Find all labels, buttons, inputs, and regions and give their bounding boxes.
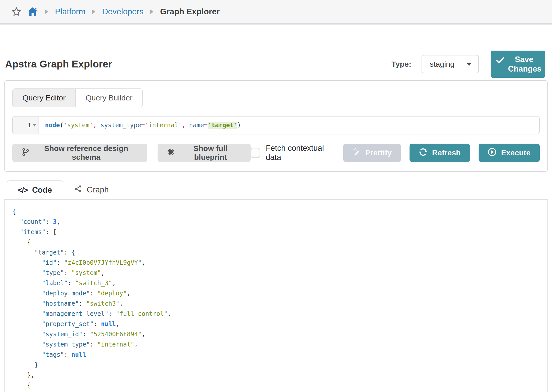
home-icon[interactable] (27, 6, 38, 17)
show-full-blueprint-button[interactable]: Show full blueprint (158, 144, 251, 162)
breadcrumb-separator-icon (150, 9, 153, 14)
refresh-label: Refresh (432, 148, 461, 157)
json-line: }, (12, 370, 547, 380)
query-token: ( (60, 122, 63, 129)
prettify-label: Prettify (365, 148, 392, 157)
tab-graph[interactable]: Graph (63, 180, 119, 199)
execute-label: Execute (501, 148, 531, 157)
json-line: "management_level": "full_control", (12, 309, 547, 319)
show-full-blueprint-label: Show full blueprint (180, 144, 242, 162)
json-line: "deploy_mode": "deploy", (12, 288, 547, 298)
page-header: Apstra Graph Explorer Type: staging Save… (0, 50, 552, 78)
query-actions: Show reference design schema Show full b… (12, 144, 540, 162)
query-token: , (93, 122, 97, 129)
tab-code[interactable]: </> Code (7, 180, 63, 199)
json-line: { (12, 237, 547, 247)
breadcrumb-current: Graph Explorer (160, 7, 220, 16)
json-line: "id": "z4cI0b0V7JYfhVL9gVY", (12, 258, 547, 268)
share-icon (74, 185, 82, 195)
query-editor-input[interactable]: 1 node('system', system_type='internal',… (12, 116, 540, 134)
fetch-contextual-label[interactable]: Fetch contextual data (266, 144, 335, 162)
fold-caret-icon[interactable] (33, 124, 36, 126)
tab-code-label: Code (32, 186, 52, 195)
type-select-value: staging (430, 60, 455, 68)
json-output: { "count": 3, "items": [ { "target": { "… (4, 199, 548, 392)
tab-query-editor[interactable]: Query Editor (13, 89, 76, 107)
query-token: node (45, 122, 60, 129)
query-code: node('system', system_type='internal', n… (39, 117, 241, 134)
query-token: ) (237, 122, 241, 129)
json-line: "type": "system", (12, 268, 547, 278)
result-tabs: </> Code Graph (4, 180, 548, 199)
breadcrumb-link-developers[interactable]: Developers (102, 7, 143, 16)
play-circle-icon (488, 148, 496, 158)
fetch-contextual-group: Fetch contextual data (251, 144, 335, 162)
query-panel: Query Editor Query Builder 1 node('syste… (4, 80, 548, 172)
json-line: "hostname": "switch3", (12, 298, 547, 309)
query-token: , (182, 122, 185, 129)
page-title: Apstra Graph Explorer (5, 59, 112, 70)
query-token: system_type (101, 122, 141, 129)
query-token: 'system' (63, 122, 93, 129)
type-label: Type: (391, 60, 411, 68)
execute-button[interactable]: Execute (479, 144, 540, 162)
json-line: } (12, 360, 547, 370)
json-line: "count": 3, (12, 217, 547, 227)
save-changes-button[interactable]: Save Changes (491, 51, 545, 78)
star-icon[interactable] (11, 7, 21, 17)
breadcrumb: Platform Developers Graph Explorer (0, 0, 552, 25)
show-reference-schema-label: Show reference design schema (34, 144, 138, 162)
save-changes-label: Save Changes (508, 55, 540, 74)
breadcrumb-link-platform[interactable]: Platform (55, 7, 85, 16)
show-reference-schema-button[interactable]: Show reference design schema (12, 144, 147, 162)
query-token: 'target' (208, 122, 237, 129)
query-token (97, 122, 100, 129)
code-icon: </> (18, 186, 27, 194)
breadcrumb-separator-icon (92, 9, 95, 14)
burst-icon (167, 148, 175, 158)
json-line: "property_set": null, (12, 319, 547, 329)
breadcrumb-separator-icon (45, 9, 48, 14)
json-line: "system_id": "525400E6F894", (12, 329, 547, 339)
line-number: 1 (28, 122, 31, 129)
json-line: "items": [ (12, 227, 547, 237)
tab-graph-label: Graph (87, 185, 109, 194)
json-line: "tags": null (12, 350, 547, 360)
prettify-button[interactable]: Prettify (343, 144, 401, 162)
query-token: = (141, 122, 145, 129)
check-icon (496, 56, 504, 67)
query-token: 'internal' (145, 122, 182, 129)
refresh-icon (419, 148, 427, 158)
json-line: "system_type": "internal", (12, 339, 547, 350)
json-line: { (12, 380, 547, 390)
fetch-contextual-checkbox[interactable] (251, 148, 260, 158)
json-line: { (12, 206, 547, 217)
json-line: "label": "switch_3", (12, 278, 547, 288)
editor-gutter: 1 (13, 117, 39, 134)
json-line: "target": { (12, 247, 547, 258)
query-token (185, 122, 189, 129)
query-token: name (189, 122, 204, 129)
refresh-button[interactable]: Refresh (410, 144, 470, 162)
branch-icon (21, 148, 30, 158)
chevron-down-icon (467, 63, 472, 66)
type-select[interactable]: staging (422, 55, 479, 73)
result-panel: </> Code Graph { "count": 3, "items": [ … (4, 180, 548, 392)
query-mode-tabs: Query Editor Query Builder (12, 88, 143, 107)
json-line: "target": { (12, 390, 547, 392)
magic-wand-icon (352, 148, 361, 158)
query-token: = (204, 122, 207, 129)
tab-query-builder[interactable]: Query Builder (76, 89, 142, 107)
